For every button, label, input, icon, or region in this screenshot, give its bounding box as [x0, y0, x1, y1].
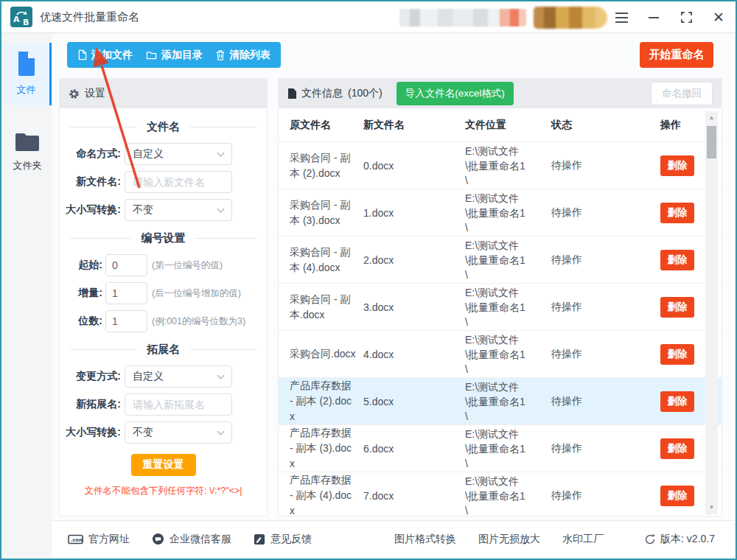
footer-bar: .com 官方网址 企业微信客服 意见反馈 图片格式转换: [52, 520, 734, 557]
table-header-row: 原文件名 新文件名 文件位置 状态 操作: [279, 108, 722, 142]
change-method-select[interactable]: 自定义: [125, 365, 232, 388]
sidebar-item-label: 文件: [3, 83, 49, 97]
window-controls: ✕: [615, 1, 725, 33]
chevron-down-icon: [217, 372, 225, 379]
delete-button[interactable]: 删除: [660, 391, 694, 412]
sidebar-item-files[interactable]: 文件: [3, 43, 52, 105]
redacted-text-block-2: [534, 7, 607, 29]
add-file-button[interactable]: 添加文件: [77, 49, 133, 62]
digits-input[interactable]: [105, 310, 147, 332]
close-icon[interactable]: ✕: [712, 11, 725, 24]
official-site-link[interactable]: .com 官方网址: [68, 533, 130, 546]
gear-icon: [69, 88, 80, 99]
delete-button[interactable]: 删除: [660, 250, 694, 270]
new-filename-input[interactable]: [125, 171, 232, 193]
sidebar-item-folders[interactable]: 文件夹: [3, 123, 52, 181]
chat-icon: [152, 533, 164, 545]
chevron-down-icon: [217, 150, 225, 157]
titlebar: A B 优速文件批量重命名 ✕: [1, 1, 736, 33]
cell-location: E:\测试文件 \批量重命名1 \: [465, 144, 551, 188]
clear-list-button[interactable]: 清除列表: [216, 49, 270, 62]
wechat-support-link[interactable]: 企业微信客服: [152, 533, 231, 546]
cell-location: E:\测试文件 \批量重命名1 \: [465, 238, 551, 282]
new-extension-input[interactable]: [125, 393, 232, 416]
cell-status: 待操作: [551, 348, 660, 361]
cell-location: E:\测试文件 \批量重命名1 \: [465, 379, 551, 424]
naming-method-row: 命名方式: 自定义: [60, 143, 267, 165]
delete-button[interactable]: 删除: [660, 438, 694, 459]
cell-status: 待操作: [551, 442, 660, 455]
increment-hint: (后一位编号增加的值): [152, 287, 241, 300]
scrollbar-thumb[interactable]: [707, 126, 716, 158]
case-convert-select[interactable]: 不变: [125, 199, 232, 221]
settings-panel: 设置 文件名 命名方式: 自定义 新文件名: 大小写转换:: [59, 78, 268, 517]
rename-undo-button[interactable]: 命名撤回: [651, 82, 713, 105]
image-convert-link[interactable]: 图片格式转换: [394, 533, 456, 546]
cell-new-name: 1.docx: [363, 207, 465, 219]
cell-old-name: 产品库存数据 - 副本 (3).docx: [290, 425, 363, 472]
toolbar: 添加文件 添加目录 清除列表: [67, 42, 281, 68]
table-row: 采购合同.docx 4.docx E:\测试文件 \批量重命名1 \ 待操作 删…: [279, 331, 722, 378]
settings-header: 设置: [60, 79, 267, 108]
website-icon: .com: [68, 533, 83, 545]
delete-button[interactable]: 删除: [660, 297, 694, 318]
scroll-up-icon[interactable]: ▲: [705, 113, 718, 123]
svg-text:.com: .com: [71, 537, 83, 543]
delete-button[interactable]: 删除: [660, 203, 694, 223]
new-extension-label: 新拓展名:: [60, 398, 125, 411]
cell-old-name: 产品库存数据 - 副本 (2).docx: [290, 378, 363, 424]
change-method-row: 变更方式: 自定义: [60, 365, 267, 388]
cell-location: E:\测试文件 \批量重命名1 \: [465, 427, 551, 471]
start-number-label: 起始:: [60, 259, 105, 272]
increment-input[interactable]: [105, 282, 147, 304]
cell-new-name: 6.docx: [363, 443, 465, 455]
app-logo-icon: A B: [10, 7, 32, 27]
naming-method-select[interactable]: 自定义: [125, 143, 232, 165]
svg-text:B: B: [23, 18, 29, 27]
file-info-title: 文件信息: [301, 87, 343, 100]
cell-old-name: 采购合同 - 副本 (2).docx: [290, 150, 363, 181]
cell-location: E:\测试文件 \批量重命名1 \: [465, 332, 551, 377]
cell-old-name: 采购合同 - 副本.docx: [290, 292, 363, 323]
minimize-icon[interactable]: [647, 11, 660, 24]
svg-text:A: A: [13, 15, 20, 24]
delete-button[interactable]: 删除: [660, 344, 694, 365]
table-row: 采购合同 - 副本.docx 3.docx E:\测试文件 \批量重命名1 \ …: [279, 284, 722, 331]
version-info[interactable]: 版本: v2.0.7: [644, 533, 715, 546]
ext-case-select[interactable]: 不变: [125, 421, 232, 444]
case-convert-label: 大小写转换:: [60, 203, 125, 217]
import-excel-button[interactable]: 导入文件名(excel格式): [397, 82, 514, 105]
digits-label: 位数:: [60, 315, 105, 328]
table-row: 采购合同 - 副本 (2).docx 0.docx E:\测试文件 \批量重命名…: [279, 142, 722, 189]
cell-status: 待操作: [551, 206, 660, 220]
increment-label: 增量:: [60, 287, 105, 300]
cell-new-name: 3.docx: [363, 301, 465, 313]
file-table-body: 采购合同 - 副本 (2).docx 0.docx E:\测试文件 \批量重命名…: [279, 142, 722, 516]
vertical-scrollbar[interactable]: ▲ ▼: [705, 111, 718, 514]
settings-form: 文件名 命名方式: 自定义 新文件名: 大小写转换: 不变: [60, 108, 267, 497]
image-upscale-link[interactable]: 图片无损放大: [478, 533, 540, 546]
start-number-row: 起始: (第一位编号的值): [60, 254, 267, 276]
reset-settings-button[interactable]: 重置设置: [131, 454, 196, 476]
sidebar: 文件 文件夹: [3, 34, 52, 557]
scroll-down-icon[interactable]: ▼: [705, 503, 718, 513]
watermark-link[interactable]: 水印工厂: [562, 533, 604, 546]
new-extension-row: 新拓展名:: [60, 393, 267, 416]
trash-icon: [216, 50, 225, 60]
chevron-down-icon: [217, 206, 225, 213]
cell-location: E:\测试文件 \批量重命名1 \: [465, 285, 551, 329]
footer-tools: 图片格式转换 图片无损放大 水印工厂: [394, 533, 604, 546]
feedback-link[interactable]: 意见反馈: [254, 533, 312, 546]
maximize-icon[interactable]: [680, 11, 693, 24]
new-filename-label: 新文件名:: [60, 175, 125, 189]
add-folder-button[interactable]: 添加目录: [146, 49, 203, 62]
menu-icon[interactable]: [615, 11, 628, 24]
folder-icon: [14, 130, 41, 153]
main-content: 添加文件 添加目录 清除列表 开始重命名 设置: [52, 34, 734, 557]
start-number-input[interactable]: [105, 254, 147, 276]
ext-case-row: 大小写转换: 不变: [60, 421, 267, 444]
footer-left: .com 官方网址 企业微信客服 意见反馈: [68, 533, 312, 546]
delete-button[interactable]: 删除: [660, 486, 694, 506]
delete-button[interactable]: 删除: [660, 155, 694, 176]
start-rename-button[interactable]: 开始重命名: [640, 42, 713, 68]
